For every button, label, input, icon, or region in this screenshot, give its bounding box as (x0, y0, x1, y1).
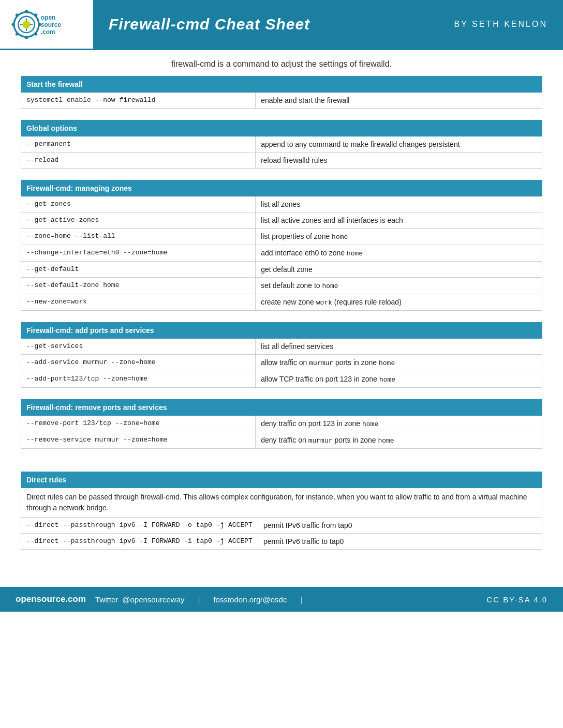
page-title: Firewall-cmd Cheat Sheet (109, 16, 310, 33)
cmd-cell: --direct --passthrough ipv6 -I FORWARD -… (21, 518, 258, 534)
main-content: Start the firewall systemctl enable --no… (0, 76, 563, 571)
cmd-cell: --zone=home --list-all (21, 229, 256, 245)
desc-cell: get default zone (256, 262, 542, 278)
svg-point-6 (16, 13, 19, 17)
cmd-cell: --get-services (21, 339, 256, 355)
cmd-cell: --permanent (21, 136, 256, 153)
desc-cell: list properties of zone home (256, 229, 542, 245)
svg-text:source: source (41, 21, 62, 28)
desc-cell: list all zones (256, 196, 542, 213)
add-ports-section: Firewall-cmd: add ports and services --g… (21, 322, 542, 388)
cmd-cell: --new-zone=work (21, 294, 256, 311)
desc-cell: append to any command to make firewalld … (256, 136, 542, 153)
managing-zones-section: Firewall-cmd: managing zones --get-zones… (21, 180, 542, 311)
table-row: --get-services list all defined services (21, 339, 542, 355)
cmd-cell: --get-zones (21, 196, 256, 213)
cmd-cell: --reload (21, 153, 256, 169)
svg-text:.com: .com (41, 28, 55, 36)
start-firewall-section: Start the firewall systemctl enable --no… (21, 76, 542, 109)
logo-icon: open source .com (8, 6, 70, 42)
desc-cell: allow TCP traffic on port 123 in zone ho… (256, 371, 542, 388)
page-footer: opensource.com Twitter @opensourceway | … (0, 587, 563, 612)
desc-cell: permit IPv6 traffic to tap0 (258, 534, 542, 550)
desc-cell: allow traffic on murmur ports in zone ho… (256, 355, 542, 371)
footer-twitter-label: Twitter (95, 595, 118, 604)
desc-cell: list all defined services (256, 339, 542, 355)
table-row: --get-default get default zone (21, 262, 542, 278)
cmd-cell: --add-port=123/tcp --zone=home (21, 371, 256, 388)
desc-cell: list all active zones and all interfaces… (256, 213, 542, 229)
direct-rules-description: Direct rules can be passed through firew… (21, 488, 542, 518)
svg-point-2 (25, 10, 28, 13)
cmd-cell: --direct --passthrough ipv6 -I FORWARD -… (21, 534, 258, 550)
remove-ports-header: Firewall-cmd: remove ports and services (21, 400, 542, 416)
subtitle: firewall-cmd is a command to adjust the … (0, 50, 563, 76)
desc-cell: create new zone work (requires rule relo… (256, 294, 542, 311)
table-row: --remove-port 123/tcp --zone=home deny t… (21, 416, 542, 432)
cmd-cell: --get-active-zones (21, 213, 256, 229)
title-bar: Firewall-cmd Cheat Sheet BY SETH KENLON (93, 0, 563, 49)
table-row: --new-zone=work create new zone work (re… (21, 294, 542, 311)
desc-cell: set default zone to home (256, 278, 542, 294)
svg-point-3 (25, 37, 28, 40)
svg-point-10 (23, 21, 31, 28)
svg-point-8 (35, 13, 38, 17)
desc-cell: permit IPv6 traffic from tap0 (258, 518, 542, 534)
cmd-cell: --set-default-zone home (21, 278, 256, 294)
svg-point-9 (16, 33, 19, 36)
footer-separator2: | (300, 595, 302, 604)
table-row: systemctl enable --now firewalld enable … (21, 93, 542, 109)
desc-cell: add interface eth0 to zone home (256, 245, 542, 262)
cmd-cell: systemctl enable --now firewalld (21, 93, 256, 109)
global-options-section: Global options --permanent append to any… (21, 120, 542, 169)
cmd-cell: --get-default (21, 262, 256, 278)
desc-cell: enable and start the firewall (256, 93, 542, 109)
direct-rules-description-row: Direct rules can be passed through firew… (21, 488, 542, 518)
table-row: --get-active-zones list all active zones… (21, 213, 542, 229)
cmd-cell: --add-service murmur --zone=home (21, 355, 256, 371)
direct-rules-header: Direct rules (21, 472, 542, 488)
global-options-header: Global options (21, 120, 542, 136)
managing-zones-header: Firewall-cmd: managing zones (21, 180, 542, 196)
desc-cell: reload firewalld rules (256, 153, 542, 169)
footer-twitter-handle: @opensourceway (122, 595, 184, 604)
desc-cell: deny traffic on port 123 in zone home (256, 416, 542, 432)
footer-license: CC BY-SA 4.0 (486, 595, 547, 604)
table-row: --direct --passthrough ipv6 -I FORWARD -… (21, 518, 542, 534)
cmd-cell: --change-interface=eth0 --zone=home (21, 245, 256, 262)
table-row: --get-zones list all zones (21, 196, 542, 213)
direct-rules-section: Direct rules Direct rules can be passed … (21, 472, 542, 550)
table-row: --zone=home --list-all list properties o… (21, 229, 542, 245)
footer-separator: | (198, 595, 200, 604)
start-firewall-header: Start the firewall (21, 77, 542, 93)
cmd-cell: --remove-port 123/tcp --zone=home (21, 416, 256, 432)
table-row: --set-default-zone home set default zone… (21, 278, 542, 294)
footer-site: opensource.com (16, 594, 86, 604)
remove-ports-section: Firewall-cmd: remove ports and services … (21, 399, 542, 449)
add-ports-header: Firewall-cmd: add ports and services (21, 323, 542, 339)
table-row: --remove-service murmur --zone=home deny… (21, 432, 542, 449)
table-row: --reload reload firewalld rules (21, 153, 542, 169)
desc-cell: deny traffic on murmur ports in zone hom… (256, 432, 542, 449)
cmd-cell: --remove-service murmur --zone=home (21, 432, 256, 449)
table-row: --add-port=123/tcp --zone=home allow TCP… (21, 371, 542, 388)
logo-area: open source .com (0, 0, 93, 49)
table-row: --add-service murmur --zone=home allow t… (21, 355, 542, 371)
author-label: BY SETH KENLON (454, 20, 547, 29)
page-header: open source .com Firewall-cmd Cheat Shee… (0, 0, 563, 50)
table-row: --permanent append to any command to mak… (21, 136, 542, 153)
table-row: --direct --passthrough ipv6 -I FORWARD -… (21, 534, 542, 550)
svg-text:open: open (41, 14, 56, 21)
svg-point-4 (11, 23, 14, 26)
footer-fosstodon: fosstodon.org/@osdc (213, 595, 287, 604)
svg-point-7 (35, 33, 38, 36)
table-row: --change-interface=eth0 --zone=home add … (21, 245, 542, 262)
